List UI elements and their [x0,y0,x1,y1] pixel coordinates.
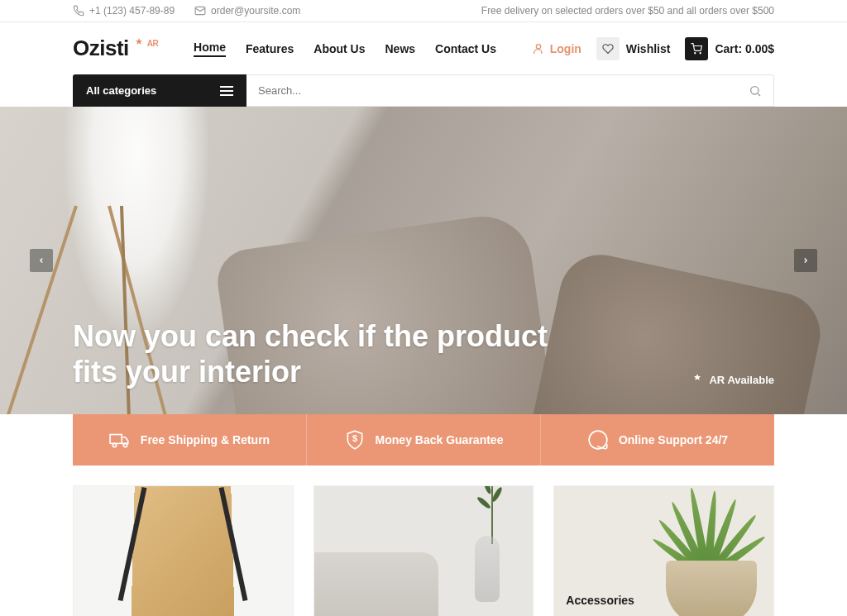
ar-icon [132,37,146,50]
phone-item[interactable]: +1 (123) 457-89-89 [73,5,175,17]
svg-point-11 [123,443,127,446]
heart-icon [596,37,620,60]
delivery-text: Free delivery on selected orders over $5… [481,5,774,17]
nav-contact[interactable]: Contact Us [435,42,496,55]
nav-news[interactable]: News [385,42,416,55]
feature-moneyback: $ Money Back Guarantee [307,414,541,466]
user-icon [532,42,545,55]
logo-ar-badge: AR [132,37,158,50]
card-decoration [476,495,492,509]
features-bar: Free Shipping & Return $ Money Back Guar… [73,414,774,466]
phone-text: +1 (123) 457-89-89 [89,5,175,17]
feature-moneyback-text: Money Back Guarantee [376,433,504,446]
topbar-left: +1 (123) 457-89-89 order@yoursite.com [73,5,300,17]
svg-rect-9 [110,435,122,444]
cart-link[interactable]: Cart: 0.00$ [685,37,774,60]
truck-icon [109,429,131,451]
hero-title-line1: Now you can check if the product [73,318,548,354]
card-decoration [666,561,757,616]
ar-badge-icon [691,373,704,386]
chevron-right-icon [802,256,810,265]
hero-prev-button[interactable] [30,249,53,272]
nav-home[interactable]: Home [194,41,226,57]
category-card-accessories[interactable]: Accessories [553,485,774,616]
categories-label: All categories [86,84,156,97]
search-icon[interactable] [749,84,762,98]
wishlist-text: Wishlist [626,42,671,55]
svg-point-2 [695,52,696,53]
searchbox [246,74,774,107]
login-text: Login [550,42,581,55]
svg-point-7 [751,86,758,93]
cart-text: Cart: 0.00$ [715,42,774,55]
ar-badge-text: AR Available [709,374,774,386]
card-decoration [313,552,438,616]
nav-about[interactable]: About Us [313,42,365,55]
topbar: +1 (123) 457-89-89 order@yoursite.com Fr… [0,0,847,22]
card-decoration [475,536,500,602]
hero-decoration [519,247,827,414]
searchrow: All categories [0,74,847,107]
svg-point-1 [536,44,540,48]
svg-point-10 [112,443,116,446]
nav: Home Features About Us News Contact Us [194,41,496,57]
feature-shipping: Free Shipping & Return [73,414,307,466]
header-right: Login Wishlist Cart: 0.00$ [532,37,774,60]
categories-dropdown[interactable]: All categories [73,74,246,107]
header: Ozisti AR Home Features About Us News Co… [0,22,847,74]
hero-title: Now you can check if the product fits yo… [73,318,548,389]
hamburger-icon [220,86,233,96]
category-cards: Accessories [0,466,847,616]
feature-support-text: Online Support 24/7 [619,433,728,446]
svg-point-3 [700,52,701,53]
card-label: Accessories [566,594,634,607]
ar-available-badge[interactable]: AR Available [691,373,774,386]
logo-ar-text: AR [147,39,158,48]
email-item[interactable]: order@yoursite.com [194,5,300,17]
feature-shipping-text: Free Shipping & Return [141,433,270,446]
logo-text: Ozisti [73,36,129,61]
wishlist-link[interactable]: Wishlist [596,37,671,60]
hero: Now you can check if the product fits yo… [0,107,847,414]
search-input[interactable] [258,75,749,106]
shield-dollar-icon: $ [344,429,366,451]
email-icon [194,5,206,17]
category-card-1[interactable] [73,485,294,616]
login-link[interactable]: Login [532,42,581,55]
logo[interactable]: Ozisti AR [73,36,158,61]
card-decoration [133,485,232,616]
email-text: order@yoursite.com [211,5,300,17]
feature-support: Online Support 24/7 [541,414,774,466]
hero-next-button[interactable] [794,249,817,272]
cart-icon [685,37,708,60]
category-card-2[interactable] [313,485,534,616]
svg-line-8 [758,93,760,96]
headset-icon [587,429,609,451]
hero-title-line2: fits your interior [73,354,548,389]
nav-features[interactable]: Features [246,42,294,55]
svg-text:$: $ [352,433,357,443]
chevron-left-icon [37,256,45,265]
phone-icon [73,5,84,17]
